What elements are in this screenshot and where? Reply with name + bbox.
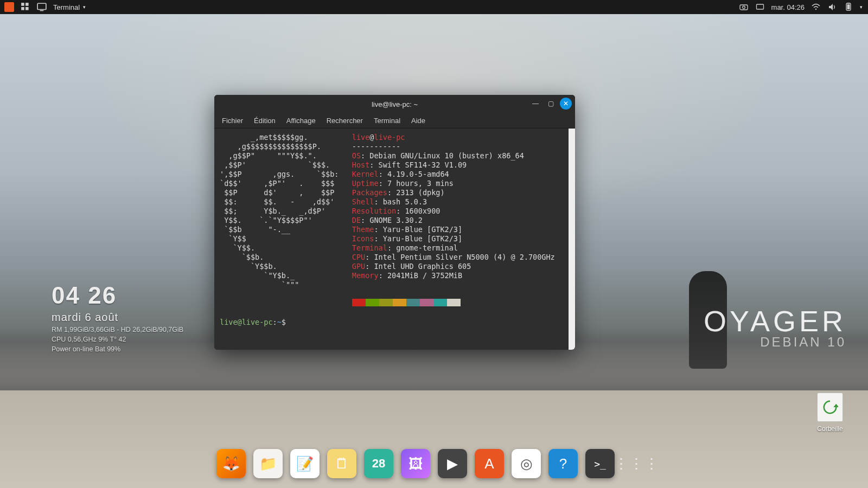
widget-date: mardi 6 août <box>52 311 183 324</box>
dock-item-help[interactable]: ? <box>548 449 578 478</box>
svg-rect-12 <box>847 3 850 4</box>
system-menu-chevron-icon[interactable]: ▾ <box>860 4 863 10</box>
widget-power: Power on-line Bat 99% <box>52 345 183 353</box>
svg-rect-3 <box>25 7 29 10</box>
trash-desktop-icon[interactable]: Corbeille <box>812 393 848 433</box>
svg-rect-6 <box>740 5 748 10</box>
menu-édition[interactable]: Édition <box>254 117 276 125</box>
dock-item-video[interactable]: ▶ <box>438 449 467 478</box>
svg-rect-2 <box>21 7 24 10</box>
dock-item-apps[interactable]: ⋮⋮⋮ <box>622 449 652 478</box>
window-title: live@live-pc: ~ <box>372 100 418 108</box>
trash-label: Corbeille <box>817 425 843 433</box>
battery-icon[interactable] <box>844 2 853 12</box>
widget-ram-hd: RM 1,99GiB/3,66GiB - HD 26,2GiB/90,7GiB <box>52 326 183 333</box>
menu-terminal[interactable]: Terminal <box>374 117 400 125</box>
menu-rechercher[interactable]: Rechercher <box>327 117 363 125</box>
trash-icon <box>817 393 843 422</box>
dock-item-files[interactable]: 📁 <box>253 449 283 478</box>
close-button[interactable]: ✕ <box>560 98 572 110</box>
launcher-icon[interactable] <box>4 2 14 12</box>
dock-item-notes[interactable]: 🗒 <box>327 449 356 478</box>
maximize-button[interactable]: ▢ <box>545 98 557 110</box>
distro-watermark: OYAGER DEBIAN 10 <box>704 304 846 350</box>
dock-item-clock[interactable]: ◎ <box>512 449 541 478</box>
svg-rect-13 <box>847 4 850 9</box>
svg-rect-0 <box>21 3 24 6</box>
display-icon[interactable] <box>755 2 765 12</box>
screen-icon[interactable] <box>37 2 47 12</box>
svg-rect-4 <box>37 3 46 9</box>
active-app[interactable]: Terminal ▾ <box>53 3 86 11</box>
active-app-label: Terminal <box>53 3 80 11</box>
menu-affichage[interactable]: Affichage <box>286 117 316 125</box>
wifi-icon[interactable] <box>811 2 821 12</box>
widget-cpu: CPU 0,56,GHz 9% T° 42 <box>52 336 183 343</box>
terminal-menubar: FichierÉditionAffichageRechercherTermina… <box>214 113 575 129</box>
desktop-widget: 04 26 mardi 6 août RM 1,99GiB/3,66GiB - … <box>52 282 183 353</box>
menu-fichier[interactable]: Fichier <box>222 117 243 125</box>
watermark-title: OYAGER <box>704 304 846 338</box>
chevron-down-icon: ▾ <box>83 4 86 10</box>
svg-rect-5 <box>40 10 44 11</box>
svg-marker-10 <box>829 4 833 10</box>
dock-item-text-editor[interactable]: 📝 <box>290 449 320 478</box>
dock-item-terminal[interactable]: >_ <box>585 449 615 478</box>
camera-icon[interactable] <box>739 2 749 12</box>
dock: 🦊📁📝🗒28🖼▶A◎?>_⋮⋮⋮ <box>207 445 661 483</box>
svg-point-9 <box>815 9 816 10</box>
dock-item-software[interactable]: A <box>475 449 504 478</box>
terminal-content[interactable]: _,met$$$$$gg. live@live-pc ,g$$$$$$$$$$$… <box>214 129 575 350</box>
svg-rect-8 <box>756 4 763 9</box>
workspace-icon[interactable] <box>21 2 30 12</box>
svg-rect-1 <box>25 3 29 6</box>
widget-time: 04 26 <box>52 282 183 309</box>
svg-point-7 <box>742 6 745 9</box>
volume-icon[interactable] <box>827 2 837 12</box>
menu-aide[interactable]: Aide <box>411 117 425 125</box>
top-bar: Terminal ▾ mar. 04:26 ▾ <box>0 0 868 14</box>
clock[interactable]: mar. 04:26 <box>771 3 805 11</box>
dock-item-calendar[interactable]: 28 <box>364 449 393 478</box>
scrollbar[interactable] <box>569 129 575 350</box>
terminal-window: live@live-pc: ~ — ▢ ✕ FichierÉditionAffi… <box>214 95 575 350</box>
window-titlebar[interactable]: live@live-pc: ~ — ▢ ✕ <box>214 95 575 113</box>
minimize-button[interactable]: — <box>529 98 541 110</box>
dock-item-image-viewer[interactable]: 🖼 <box>401 449 430 478</box>
dock-item-firefox[interactable]: 🦊 <box>216 449 246 478</box>
